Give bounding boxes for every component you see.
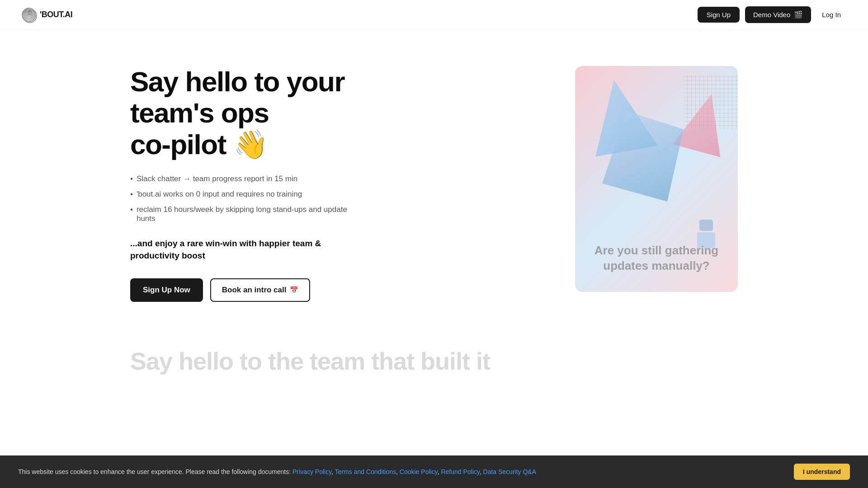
privacy-policy-link[interactable]: Privacy Policy: [292, 468, 331, 475]
hero-cta: Sign Up Now Book an intro call 📅: [130, 278, 365, 302]
cookie-message: This website uses cookies to enhance the…: [18, 468, 291, 475]
hero-title-line2: team's ops: [130, 97, 269, 128]
bullet-dot-3: •: [130, 205, 133, 214]
bullet-dot-1: •: [130, 174, 133, 183]
data-security-link[interactable]: Data Security Q&A: [483, 468, 537, 475]
card-text-container: Are you still gathering updates manually…: [575, 243, 738, 274]
cookie-policy-link[interactable]: Cookie Policy: [400, 468, 438, 475]
logo-icon: [22, 8, 36, 22]
logo[interactable]: 'BOUT.AI: [22, 8, 72, 22]
nav-login-button[interactable]: Log In: [816, 7, 846, 23]
terms-link[interactable]: Terms and Conditions: [335, 468, 396, 475]
svg-point-0: [23, 9, 37, 23]
svg-point-1: [26, 9, 33, 23]
hero-title-line3: co-pilot: [130, 129, 226, 160]
bullet-text-1: Slack chatter → team progress report in …: [137, 174, 297, 183]
book-call-label: Book an intro call: [222, 286, 287, 295]
bullet-text-3: reclaim 16 hours/week by skipping long s…: [137, 205, 365, 223]
bullet-3: • reclaim 16 hours/week by skipping long…: [130, 205, 365, 223]
demo-icon: 🎬: [794, 10, 803, 19]
hero-section: Say hello to your team's ops co-pilot 👋 …: [0, 30, 868, 329]
cookie-text: This website uses cookies to enhance the…: [18, 468, 785, 475]
bottom-heading: Say hello to the team that built it: [130, 347, 738, 375]
signup-now-button[interactable]: Sign Up Now: [130, 278, 203, 302]
nav-demo-button[interactable]: Demo Video 🎬: [745, 6, 811, 23]
hero-content: Say hello to your team's ops co-pilot 👋 …: [130, 66, 365, 302]
bullet-dot-2: •: [130, 190, 133, 199]
nav-actions: Sign Up Demo Video 🎬 Log In: [698, 6, 846, 23]
card-question-text: Are you still gathering updates manually…: [575, 243, 738, 274]
bullet-text-2: 'bout.ai works on 0 input and requires n…: [137, 190, 302, 199]
bullet-2: • 'bout.ai works on 0 input and requires…: [130, 190, 365, 199]
book-call-button[interactable]: Book an intro call 📅: [210, 278, 311, 302]
robot-head: [699, 220, 713, 231]
svg-point-2: [23, 13, 37, 19]
logo-text: 'BOUT.AI: [40, 10, 72, 19]
navbar: 'BOUT.AI Sign Up Demo Video 🎬 Log In: [0, 0, 868, 30]
demo-label: Demo Video: [753, 11, 790, 19]
bullet-1: • Slack chatter → team progress report i…: [130, 174, 365, 183]
hero-title-line1: Say hello to your: [130, 66, 344, 97]
cookie-accept-button[interactable]: I understand: [794, 464, 850, 480]
cookie-banner: This website uses cookies to enhance the…: [0, 455, 868, 488]
hero-image-card: Are you still gathering updates manually…: [575, 66, 738, 292]
hero-title: Say hello to your team's ops co-pilot 👋: [130, 66, 365, 160]
nav-signup-button[interactable]: Sign Up: [698, 7, 740, 23]
refund-policy-link[interactable]: Refund Policy: [441, 468, 479, 475]
wave-emoji: 👋: [233, 129, 268, 160]
calendar-icon: 📅: [290, 286, 298, 294]
hero-tagline: ...and enjoy a rare win-win with happier…: [130, 238, 365, 262]
bottom-section-peek: Say hello to the team that built it: [0, 329, 868, 375]
hero-bullets: • Slack chatter → team progress report i…: [130, 174, 365, 223]
hero-card: Are you still gathering updates manually…: [575, 66, 738, 292]
